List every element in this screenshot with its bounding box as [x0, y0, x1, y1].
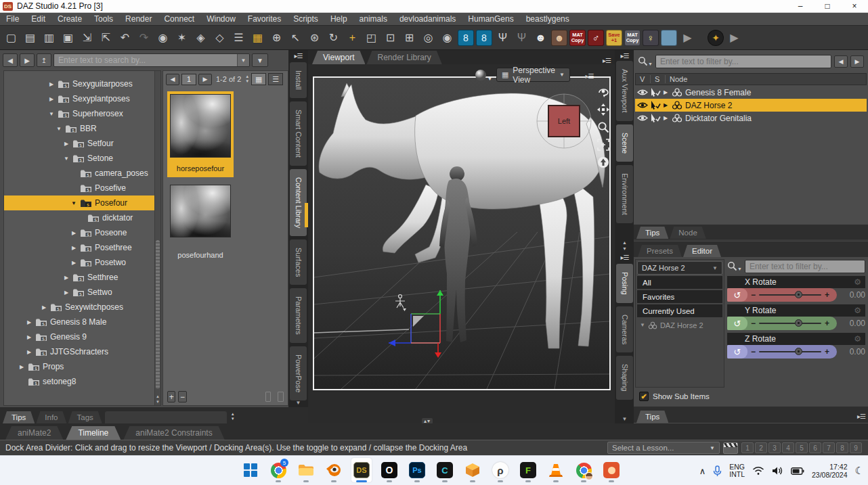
tab-scroll-up-icon[interactable]: ▲ — [231, 412, 235, 417]
view-cube-face-label[interactable]: Left — [558, 117, 570, 125]
tree-item[interactable]: ▼ S BBR — [4, 121, 154, 136]
filter-forward-button[interactable]: ▶ — [850, 55, 864, 68]
selectable-cursor-icon[interactable] — [651, 101, 661, 110]
rotate-tool-icon[interactable]: ↻ — [325, 29, 342, 47]
column-selectability[interactable]: S — [651, 75, 666, 83]
male-action[interactable]: ♂ — [588, 30, 604, 46]
search-options-dropdown[interactable]: ▼ — [252, 53, 268, 67]
tree-item[interactable]: S Posefive — [4, 181, 154, 195]
draw-style-button[interactable]: ▼ — [475, 69, 492, 81]
expand-arrow-icon[interactable]: ▶ — [48, 81, 55, 87]
tree-item[interactable]: ▶ S Genesis 9 — [4, 329, 154, 344]
scene-filter-input[interactable] — [655, 55, 831, 68]
universal-tool-icon[interactable]: ⊛ — [306, 29, 323, 47]
tree-item[interactable]: ▶ S Settwo — [4, 285, 154, 300]
tabstrip-overflow-down-icon[interactable]: ▼ — [288, 400, 308, 406]
pan-camera-icon[interactable] — [596, 103, 610, 116]
render-icon[interactable]: ◉ — [439, 29, 456, 47]
scroll-down-icon[interactable]: ▼ — [155, 400, 160, 404]
scale-tool-icon[interactable]: ◰ — [363, 29, 380, 47]
expand-arrow-icon[interactable]: ▶ — [63, 290, 70, 296]
lesson-number-button[interactable]: 3 — [768, 442, 781, 453]
slider-decrement-button[interactable]: − — [747, 290, 759, 300]
translate-tool-icon[interactable]: + — [344, 29, 361, 47]
dock-tab[interactable]: Environment — [616, 165, 633, 223]
scene-node-row[interactable]: ▶ Dicktator Genitalia — [635, 112, 867, 124]
visibility-eye-icon[interactable] — [637, 89, 648, 96]
language-indicator[interactable]: ENG INTL — [729, 463, 745, 478]
menu-item[interactable]: animals — [353, 14, 393, 24]
merge-file-icon[interactable]: ▥ — [41, 29, 58, 47]
new-node-icon[interactable]: ◈ — [192, 29, 209, 47]
camera-tool-icon[interactable]: ◎ — [420, 29, 437, 47]
export-icon[interactable]: ⇱ — [97, 29, 114, 47]
minimize-button[interactable]: – — [787, 0, 814, 12]
expand-arrow-icon[interactable]: ▶ — [70, 230, 77, 236]
pane-sub-tab[interactable]: Info — [36, 411, 66, 423]
slider-decrement-button[interactable]: − — [747, 319, 759, 328]
expand-arrow-icon[interactable]: ▶ — [664, 102, 669, 108]
new-file-icon[interactable]: ▢ — [3, 29, 20, 47]
taskbar-chrome-button[interactable]: 5 — [268, 458, 288, 482]
parameter-group-node[interactable]: ▼ DAZ Horse 2 — [637, 319, 722, 331]
tree-item[interactable]: S setoneg8 — [4, 374, 154, 389]
taskbar-clock[interactable]: 17:42 23/08/2024 — [812, 463, 848, 479]
menu-item[interactable]: Connect — [158, 14, 200, 24]
aim-camera-icon[interactable] — [596, 156, 610, 169]
microphone-icon[interactable] — [713, 465, 722, 477]
new-camera-icon[interactable]: ◉ — [154, 29, 171, 47]
tree-item[interactable]: ▶ S Props — [4, 359, 154, 374]
new-page-icon[interactable] — [278, 392, 284, 402]
parameter-group-item[interactable]: Favorites — [637, 290, 722, 303]
tree-scrollbar[interactable]: ▲ ▼ — [154, 71, 160, 405]
dock-tab[interactable]: Smart Content — [290, 101, 307, 166]
zoom-camera-icon[interactable] — [596, 120, 610, 134]
filter-search-button[interactable]: ▼ — [638, 56, 653, 66]
slider-increment-button[interactable]: + — [821, 319, 833, 328]
save-plus-action[interactable]: Save +1 — [606, 30, 622, 46]
female-action[interactable]: ♀ — [643, 30, 659, 46]
tray-expand-icon[interactable]: ∧ — [699, 466, 706, 476]
lesson-number-button[interactable]: 7 — [823, 442, 835, 453]
tree-scrollbar-thumb[interactable] — [156, 240, 160, 389]
slider-handle[interactable] — [795, 348, 802, 355]
slider-increment-button[interactable]: + — [821, 347, 833, 356]
slider-value[interactable]: 0.00 — [837, 290, 865, 300]
pane-sub-tab[interactable]: Node — [670, 227, 706, 239]
tree-item[interactable]: ▶ S JJTGSchracters — [4, 344, 154, 359]
grid-view-button[interactable]: ▦ — [251, 73, 266, 85]
taskbar-capture-button[interactable]: C — [435, 458, 455, 482]
tree-item[interactable]: ▶ S Setthree — [4, 270, 154, 285]
tab-scroll-down-icon[interactable]: ▼ — [231, 417, 235, 421]
timeline-tab[interactable]: aniMate2 — [5, 426, 63, 440]
scene-list-icon[interactable]: ☰ — [230, 29, 247, 47]
page-next-button[interactable]: ▶ — [198, 74, 212, 85]
redo-icon[interactable]: ↷ — [135, 29, 152, 47]
night-mode-moon-icon[interactable]: ☾ — [855, 465, 864, 477]
save-file-icon[interactable]: ▣ — [60, 29, 77, 47]
maximize-button[interactable]: □ — [814, 0, 841, 12]
lesson-number-button[interactable]: 2 — [755, 442, 767, 453]
genesis8-action-2[interactable]: 8 — [476, 30, 492, 46]
copy-page-icon[interactable] — [265, 392, 272, 402]
menu-item[interactable]: File — [0, 14, 25, 24]
taskbar-blender-button[interactable] — [324, 458, 344, 482]
menu-item[interactable]: Favorites — [242, 14, 287, 24]
nav-up-button[interactable]: ↥ — [37, 53, 51, 67]
show-sub-items-checkbox[interactable]: ✔ — [639, 392, 649, 401]
column-visibility[interactable]: V — [636, 75, 651, 83]
timeline-tab[interactable]: aniMate2 Constraints — [123, 426, 224, 440]
expand-arrow-icon[interactable]: ▶ — [70, 260, 77, 266]
viewport-options-icon[interactable]: ▸☰ — [574, 70, 605, 80]
taskbar-orange-app-button[interactable] — [601, 458, 622, 482]
import-icon[interactable]: ⇲ — [79, 29, 95, 47]
filter-back-button[interactable]: ◀ — [834, 55, 848, 68]
tree-item[interactable]: S camera_poses — [4, 166, 154, 181]
visibility-eye-icon[interactable] — [637, 114, 648, 122]
gear-icon[interactable]: ⚙ — [854, 306, 861, 315]
menu-item[interactable]: Tools — [88, 14, 119, 24]
pane-sub-tab[interactable]: Tags — [68, 411, 102, 423]
content-grid-icon[interactable]: ▦ — [249, 29, 266, 47]
scene-node-row[interactable]: ▶ Genesis 8 Female — [635, 86, 867, 99]
slider-track[interactable] — [759, 351, 821, 352]
